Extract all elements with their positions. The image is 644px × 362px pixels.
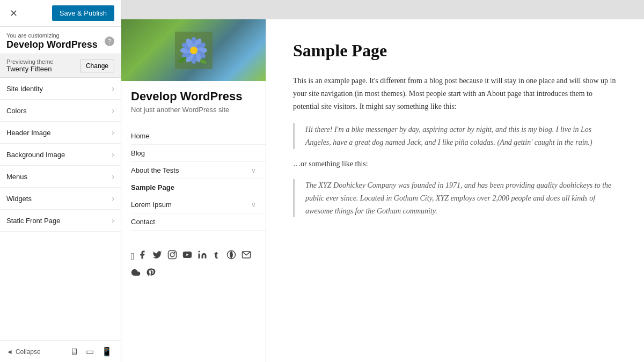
sidebar-item-menus[interactable]: Menus › bbox=[0, 166, 121, 188]
linkedin-icon[interactable] bbox=[197, 250, 207, 262]
sidebar-item-widgets[interactable]: Widgets › bbox=[0, 188, 121, 210]
nav-about-tests-label: About the Tests bbox=[131, 166, 179, 174]
quote-1-text: Hi there! I'm a bike messenger by day, a… bbox=[305, 123, 617, 149]
chevron-right-icon: › bbox=[112, 84, 114, 93]
page-title: Sample Page bbox=[293, 41, 617, 61]
tumblr-icon[interactable] bbox=[213, 250, 221, 262]
preview-topbar bbox=[121, 0, 644, 19]
quote-2-text: The XYZ Doohickey Company was founded in… bbox=[305, 179, 617, 217]
flower-svg bbox=[175, 32, 213, 69]
customizer-site-info: You are customizing Develop WordPress ? bbox=[0, 27, 121, 54]
nav-contact-label: Contact bbox=[131, 218, 155, 226]
change-theme-button[interactable]: Change bbox=[80, 60, 114, 72]
nav-about-tests-chevron-icon: ∨ bbox=[251, 167, 256, 174]
nav-item-about-tests[interactable]: About the Tests ∨ bbox=[131, 162, 266, 179]
site-sidebar: Develop WordPress Not just another WordP… bbox=[121, 19, 266, 362]
desktop-view-button[interactable]: 🖥 bbox=[68, 345, 80, 358]
nav-blog-label: Blog bbox=[131, 149, 145, 157]
collapse-arrow-icon: ◄ bbox=[6, 348, 13, 356]
help-icon[interactable]: ? bbox=[105, 36, 114, 46]
chevron-right-icon: › bbox=[112, 216, 114, 225]
static-front-page-label: Static Front Page bbox=[6, 217, 60, 225]
theme-preview-bar: Previewing theme Twenty Fifteen Change bbox=[0, 54, 121, 78]
twitter-icon[interactable] bbox=[152, 250, 162, 262]
mobile-view-button[interactable]: 📱 bbox=[99, 345, 114, 358]
you-are-customizing-label: You are customizing bbox=[6, 32, 98, 39]
nav-item-lorem-ipsum[interactable]: Lorem Ipsum ∨ bbox=[131, 196, 266, 213]
site-navigation: Home Blog About the Tests ∨ Sample Page … bbox=[121, 118, 266, 240]
chevron-right-icon: › bbox=[112, 106, 114, 115]
nav-lorem-ipsum-chevron-icon: ∨ bbox=[251, 201, 256, 209]
cloud-icon[interactable] bbox=[131, 268, 141, 280]
nav-item-sample-page[interactable]: Sample Page bbox=[131, 179, 266, 196]
sidebar-item-static-front-page[interactable]: Static Front Page › bbox=[0, 210, 121, 232]
chevron-right-icon: › bbox=[112, 150, 114, 159]
nav-item-contact[interactable]: Contact bbox=[131, 213, 266, 231]
customizer-panel: ✕ Save & Publish You are customizing Dev… bbox=[0, 0, 121, 362]
or-text: …or something like this: bbox=[293, 160, 617, 168]
background-image-label: Background Image bbox=[6, 151, 65, 159]
menus-label: Menus bbox=[6, 173, 27, 181]
chevron-right-icon: › bbox=[112, 128, 114, 137]
preview-area: Develop WordPress Not just another WordP… bbox=[121, 0, 644, 362]
preview-frame: Develop WordPress Not just another WordP… bbox=[121, 19, 644, 362]
nav-item-home[interactable]: Home bbox=[131, 128, 266, 145]
customizer-footer: ◄ Collapse 🖥 ▭ 📱 bbox=[0, 341, 121, 362]
wordpress-icon[interactable] bbox=[226, 250, 236, 262]
blockquote-1: Hi there! I'm a bike messenger by day, a… bbox=[293, 123, 617, 149]
svg-rect-16 bbox=[168, 251, 176, 259]
svg-rect-20 bbox=[198, 254, 200, 258]
customizer-menu: Site Identity › Colors › Header Image › … bbox=[0, 78, 121, 341]
svg-point-17 bbox=[170, 253, 174, 257]
site-header-image bbox=[121, 19, 266, 81]
close-button[interactable]: ✕ bbox=[6, 6, 21, 20]
colors-label: Colors bbox=[6, 107, 27, 115]
youtube-icon[interactable] bbox=[182, 250, 192, 262]
chevron-right-icon: › bbox=[112, 172, 114, 181]
email-icon[interactable] bbox=[241, 250, 251, 262]
site-social-icons:  bbox=[121, 240, 266, 290]
blog-title: Develop WordPress bbox=[131, 90, 256, 104]
pinterest-icon[interactable] bbox=[146, 268, 156, 280]
facebook-icon[interactable]:  bbox=[131, 250, 147, 262]
instagram-icon[interactable] bbox=[167, 250, 177, 262]
site-main-content: Sample Page This is an example page. It'… bbox=[266, 19, 644, 362]
customizer-header: ✕ Save & Publish bbox=[0, 0, 121, 27]
header-flower-image bbox=[121, 19, 266, 81]
page-intro-text: This is an example page. It's different … bbox=[293, 75, 617, 113]
blockquote-2: The XYZ Doohickey Company was founded in… bbox=[293, 179, 617, 217]
collapse-label: Collapse bbox=[16, 348, 41, 356]
tablet-view-button[interactable]: ▭ bbox=[84, 345, 96, 358]
save-publish-button[interactable]: Save & Publish bbox=[52, 5, 114, 21]
svg-point-13 bbox=[190, 47, 197, 54]
sidebar-item-header-image[interactable]: Header Image › bbox=[0, 122, 121, 144]
widgets-label: Widgets bbox=[6, 195, 32, 203]
view-buttons: 🖥 ▭ 📱 bbox=[68, 345, 114, 358]
nav-home-label: Home bbox=[131, 132, 150, 140]
collapse-button[interactable]: ◄ Collapse bbox=[6, 348, 41, 356]
header-image-label: Header Image bbox=[6, 129, 50, 137]
svg-point-18 bbox=[174, 253, 175, 254]
sidebar-item-colors[interactable]: Colors › bbox=[0, 100, 121, 122]
sidebar-item-site-identity[interactable]: Site Identity › bbox=[0, 78, 121, 100]
nav-item-blog[interactable]: Blog bbox=[131, 145, 266, 162]
previewing-theme-label: Previewing theme bbox=[6, 58, 53, 65]
site-identity-label: Site Identity bbox=[6, 85, 43, 93]
site-title-area: Develop WordPress Not just another WordP… bbox=[121, 81, 266, 118]
chevron-right-icon: › bbox=[112, 194, 114, 203]
blog-tagline: Not just another WordPress site bbox=[131, 106, 256, 114]
nav-sample-page-label: Sample Page bbox=[131, 183, 174, 191]
sidebar-item-background-image[interactable]: Background Image › bbox=[0, 144, 121, 166]
nav-lorem-ipsum-label: Lorem Ipsum bbox=[131, 201, 172, 209]
theme-name-label: Twenty Fifteen bbox=[6, 65, 53, 73]
svg-point-21 bbox=[198, 251, 200, 253]
customizer-site-name: Develop WordPress bbox=[6, 39, 98, 50]
